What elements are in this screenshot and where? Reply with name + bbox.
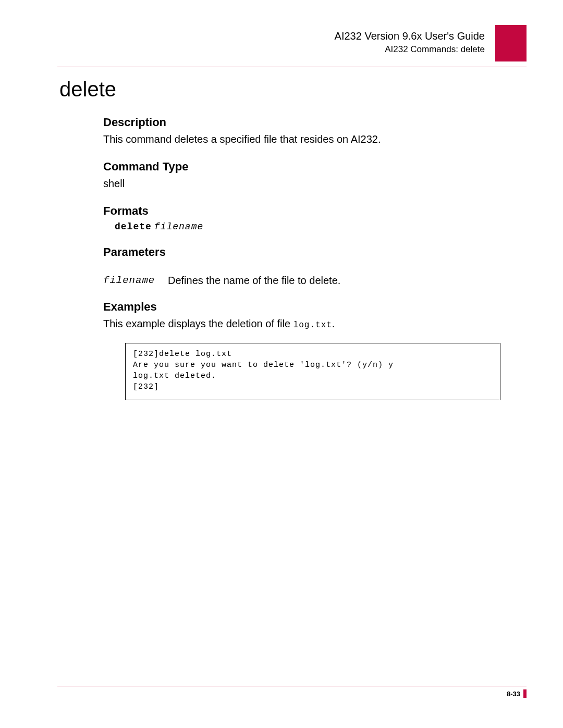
- header-rule: [57, 67, 527, 67]
- breadcrumb: AI232 Commands: delete: [335, 44, 485, 55]
- header-text: AI232 Version 9.6x User's Guide AI232 Co…: [335, 30, 485, 55]
- page-number: 8-33: [507, 690, 520, 698]
- page-header: AI232 Version 9.6x User's Guide AI232 Co…: [57, 30, 527, 61]
- section-heading-command-type: Command Type: [103, 160, 505, 174]
- format-syntax: delete filename: [115, 221, 505, 232]
- section-heading-examples: Examples: [103, 300, 505, 314]
- footer-accent-tick: [523, 689, 527, 698]
- footer-row: 8-33: [57, 689, 527, 698]
- parameter-name: filename: [103, 275, 155, 287]
- command-type-value: shell: [103, 177, 505, 191]
- content-body: Description This command deletes a speci…: [103, 116, 505, 400]
- description-text: This command deletes a specified file th…: [103, 132, 505, 146]
- section-heading-description: Description: [103, 116, 505, 129]
- page-footer: 8-33: [57, 686, 527, 698]
- parameter-description: Defines the name of the file to delete.: [168, 275, 340, 287]
- footer-rule: [57, 686, 527, 686]
- example-intro-suffix: .: [332, 318, 335, 329]
- section-heading-parameters: Parameters: [103, 245, 505, 259]
- command-title: delete: [59, 78, 527, 101]
- example-code-block: [232]delete log.txt Are you sure you wan…: [125, 343, 500, 400]
- guide-title: AI232 Version 9.6x User's Guide: [335, 30, 485, 42]
- format-argument: filename: [154, 221, 203, 232]
- parameter-row: filename Defines the name of the file to…: [103, 275, 505, 287]
- format-command: delete: [115, 221, 152, 232]
- header-accent-block: [495, 25, 527, 61]
- document-page: AI232 Version 9.6x User's Guide AI232 Co…: [0, 0, 563, 728]
- example-intro-prefix: This example displays the deletion of fi…: [103, 318, 293, 329]
- section-heading-formats: Formats: [103, 204, 505, 218]
- example-intro-filename: log.txt: [293, 320, 332, 330]
- example-intro: This example displays the deletion of fi…: [103, 317, 505, 331]
